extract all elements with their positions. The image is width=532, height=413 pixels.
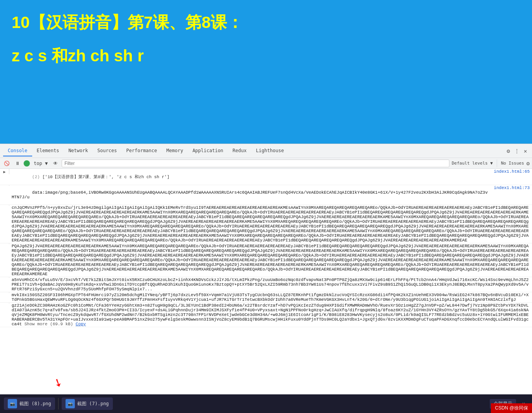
taskbar-item-screenshot7[interactable]: 📷 截图 (7).png: [62, 397, 113, 410]
no-issues-label: No Issues: [501, 161, 524, 166]
taskbar-label: 截图 (8).png: [19, 401, 51, 407]
row-gutter: [0, 303, 9, 304]
console-row: a5nVoMhCC4/vfuLu5V/E/3xcVhT/VE7k1ZBitSmJ…: [0, 277, 532, 292]
tab-performance[interactable]: Performance: [122, 146, 162, 156]
console-row: cnJqCMVnzPPf5/n+yy8xvZu/jrL3e94zDmgilgAi…: [0, 205, 532, 243]
expand-arrow[interactable]: ▶: [3, 170, 5, 174]
tab-redux[interactable]: Redux: [228, 146, 251, 156]
row-gutter: [0, 243, 9, 244]
devtools-toolbar-right: ⚙ ⋮ ✕: [505, 148, 529, 154]
console-filter-input[interactable]: [62, 160, 449, 167]
top-context-selector[interactable]: top ▼: [32, 160, 49, 167]
file-icon: 📷: [66, 399, 75, 408]
more-options-icon[interactable]: ⋮: [513, 148, 520, 154]
toolbar-separator: [497, 160, 497, 167]
row-content: cnJqCMVnzPPf5/n+yy8xvZu/jrL3e94zDmgilgAi…: [9, 205, 532, 243]
console-toolbar: 🚫 ⏸ top ▼ 👁 Default levels ▼ No Issues ⚙: [0, 158, 532, 169]
show-more-link[interactable]: Show more (69.9 kB): [24, 322, 73, 326]
row-content: (2) ['10【汉语拼音】第7课、第8课：', 'z c s 和zh ch s…: [9, 169, 492, 185]
row-gutter: [0, 277, 9, 278]
console-row: PQAJg6Z9jJVAEREAEREAEREAEREAEREAERKAME5A…: [0, 243, 532, 277]
row-content: a5nVoMhCC4/vfuLu5V/E/3xcVhT/VE7k1ZBitSmJ…: [9, 277, 532, 292]
row-gutter: [0, 292, 9, 293]
settings-icon[interactable]: ⚙: [505, 148, 512, 154]
console-row: ▶ (2) ['10【汉语拼音】第7课、第8课：', 'z c s 和zh ch…: [0, 169, 532, 185]
tab-lighthouse[interactable]: Lighthouse: [251, 146, 288, 156]
copy-link[interactable]: Copy: [76, 322, 86, 326]
console-settings-icon[interactable]: ⚙: [527, 160, 530, 167]
pause-button[interactable]: ⏸: [14, 160, 21, 167]
row-gutter: [0, 205, 9, 206]
tab-application[interactable]: Application: [188, 146, 228, 156]
console-row: data:image/png;base64,iVBORw0KGgoAAAANSU…: [0, 185, 532, 205]
row-content: data:image/png;base64,iVBORw0KGgoAAAANSU…: [9, 185, 492, 205]
content-title: 10【汉语拼音】第7课、第8课：: [12, 12, 520, 33]
content-subtitle: z c s 和zh ch sh r: [12, 45, 520, 67]
tab-sources[interactable]: Sources: [93, 146, 122, 156]
devtools-panel: Console Elements Network Sources Perform…: [0, 144, 532, 413]
row-gutter: [0, 185, 9, 186]
row-source[interactable]: index1.html:73: [492, 185, 532, 191]
array-preview: ['10【汉语拼音】第7课、第8课：', 'z c s 和zh ch sh r'…: [42, 175, 169, 179]
row-content: PQAJg6Z9jJVAEREAEREAEREAEREAEREAERKAME5A…: [9, 243, 532, 277]
taskbar-item-screenshot8[interactable]: 📷 截图 (8).png: [4, 397, 55, 410]
tab-memory[interactable]: Memory: [162, 146, 188, 156]
clear-console-button[interactable]: 🚫: [2, 160, 11, 167]
log-text: data:image/png;base64,iVBORw0KGgoAAAANSU…: [12, 190, 488, 200]
file-icon: 📷: [8, 399, 17, 408]
row-gutter: ▶: [0, 169, 9, 174]
console-content-area[interactable]: ▶ (2) ['10【汉语拼音】第7课、第8课：', 'z c s 和zh ch…: [0, 169, 532, 413]
row-badge: (2): [32, 175, 42, 179]
devtools-tabbar: Console Elements Network Sources Perform…: [0, 144, 532, 158]
tab-elements[interactable]: Elements: [32, 146, 64, 156]
row-content: mvkI8x150S5Z20SF3I06hMGXpTPT64FHUmrci97y…: [9, 292, 532, 302]
close-devtools-icon[interactable]: ✕: [522, 148, 529, 154]
console-row: mvkI8x150S5Z20SF3I06hMGXpTPT64FHUmrci97y…: [0, 292, 532, 303]
row-source[interactable]: index1.html:65: [492, 169, 532, 174]
default-levels-dropdown[interactable]: Default levels ▼: [452, 161, 493, 166]
taskbar-separator: [58, 398, 59, 410]
console-row: gz21AjeDOkZC30RAHzKoGZFc0h1CoMNt/CFa36YY…: [0, 303, 532, 327]
eye-icon[interactable]: 👁: [52, 160, 59, 167]
video-content-area: 10【汉语拼音】第7课、第8课： z c s 和zh ch sh r: [0, 0, 532, 144]
tab-console[interactable]: Console: [3, 146, 32, 156]
circle-status-icon: [24, 160, 30, 167]
row-content: gz21AjeDOkZC30RAHzKoGZFc0h1CoMNt/CFa36YY…: [9, 303, 532, 327]
csdn-badge: CSDN @徐同保: [491, 403, 532, 413]
taskbar: 📷 截图 (8).png 📷 截图 (7).png 全部显示 ✕: [0, 394, 532, 413]
tab-network[interactable]: Network: [64, 146, 93, 156]
taskbar-label: 截图 (7).png: [77, 401, 109, 407]
